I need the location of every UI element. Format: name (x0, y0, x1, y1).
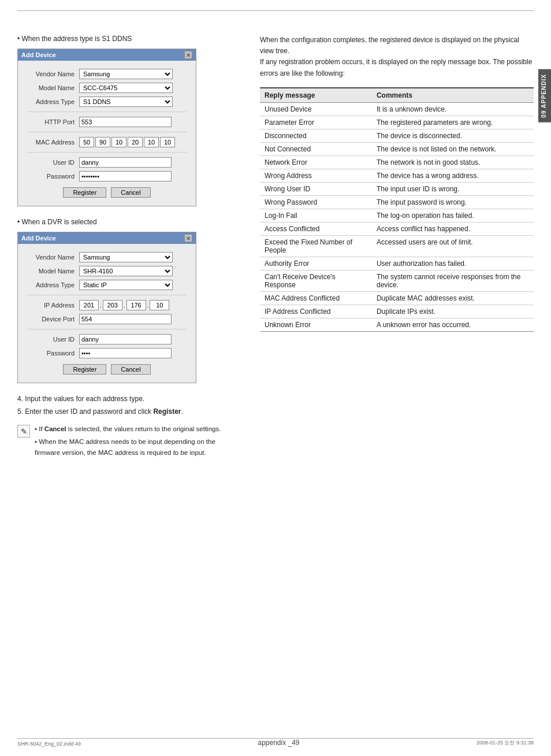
page-number: appendix _49 (258, 739, 299, 747)
dialog2-addresstype-field: Address Type Static IP (27, 280, 187, 290)
dialog1-mac-input-3[interactable] (111, 137, 126, 147)
table-cell-reply: Wrong User ID (260, 182, 372, 195)
table-cell-reply: Can't Receive Device's Response (260, 270, 372, 291)
table-row: Wrong PasswordThe input password is wron… (260, 195, 534, 209)
dialog2-separator1 (27, 295, 187, 295)
step5-text: 5. Enter the user ID and password and cl… (17, 407, 243, 416)
dialog1-model-select[interactable]: SCC-C6475 (79, 83, 173, 93)
page: 09 APPENDIX When the address type is S1 … (0, 0, 551, 756)
dialog2-ip-sep-2: . (124, 302, 125, 309)
dialog1-addresstype-select[interactable]: S1 DDNS (79, 97, 173, 107)
dialog2-close-button[interactable]: ✕ (184, 234, 192, 242)
dialog1-separator2 (27, 132, 187, 132)
table-cell-reply: Authority Error (260, 257, 372, 270)
dialog1-btn-row: Register Cancel (27, 187, 187, 198)
note-icon: ✎ (17, 425, 30, 438)
table-cell-comment: A unknown error has occurred. (372, 318, 534, 331)
side-tab: 09 APPENDIX (538, 69, 551, 123)
dialog1-mac-input-2[interactable] (95, 137, 110, 147)
right-column: When the configuration completes, the re… (260, 35, 534, 460)
dialog2-password-field: Password (27, 348, 187, 358)
footer-left-text: SHR-5042_Eng_02.indd 49 (17, 741, 81, 747)
dialog2-vendor-label: Vendor Name (27, 254, 79, 261)
table-row: Can't Receive Device's ResponseThe syste… (260, 270, 534, 291)
table-cell-reply: Network Error (260, 155, 372, 169)
table-cell-comment: Duplicate MAC addresses exist. (372, 291, 534, 305)
dialog2-addresstype-select[interactable]: Static IP (79, 280, 173, 290)
dialog2-ip-input-1[interactable] (79, 300, 99, 310)
dialog1-vendor-select[interactable]: Samsung (79, 69, 173, 79)
dialog2-cancel-button[interactable]: Cancel (111, 364, 150, 375)
table-cell-reply: Exceed the Fixed Number of People (260, 235, 372, 257)
dialog1-userid-input[interactable] (79, 157, 172, 168)
dialog1-body: Vendor Name Samsung Model Name SCC-C6475 (18, 61, 196, 206)
section2-bullet: When a DVR is selected (17, 218, 243, 226)
table-cell-comment: Accessed users are out of limit. (372, 235, 534, 257)
table-cell-reply: Unused Device (260, 102, 372, 116)
dialog1-mac-input-4[interactable] (128, 137, 143, 147)
table-cell-comment: User authorization has failed. (372, 257, 534, 270)
table-cell-reply: Disconnected (260, 129, 372, 142)
dialog2-userid-input[interactable] (79, 334, 172, 344)
dialog1-vendor-field: Vendor Name Samsung (27, 69, 187, 79)
dialog1-mac-label: MAC Address (27, 139, 79, 146)
dialog1-separator1 (27, 112, 187, 112)
left-column: When the address type is S1 DDNS Add Dev… (17, 35, 243, 460)
dialog2-password-input[interactable] (79, 348, 172, 358)
dialog1-cancel-button[interactable]: Cancel (111, 187, 150, 198)
dialog2-userid-field: User ID (27, 334, 187, 344)
dialog2-ip-row: . . . (79, 300, 169, 310)
dialog1-mac-input-5[interactable] (144, 137, 159, 147)
dialog2-deviceport-label: Device Port (27, 316, 79, 323)
table-row: Log-In FailThe log-on operation has fail… (260, 209, 534, 222)
dialog2-userid-label: User ID (27, 336, 79, 343)
dialog1-addresstype-label: Address Type (27, 98, 79, 105)
section1-bullet: When the address type is S1 DDNS (17, 35, 243, 43)
dialog1-mac-input-6[interactable] (160, 137, 175, 147)
dialog2-ip-input-2[interactable] (103, 300, 122, 310)
dialog2-register-button[interactable]: Register (63, 364, 106, 375)
dialog2-separator2 (27, 329, 187, 329)
dialog1-title: Add Device (21, 51, 56, 58)
dialog1-vendor-label: Vendor Name (27, 71, 79, 77)
dialog1-password-field: Password (27, 171, 187, 181)
table-header-reply: Reply message (260, 88, 372, 103)
note-box: ✎ If Cancel is selected, the values retu… (17, 424, 243, 460)
table-row: Parameter ErrorThe registered parameters… (260, 116, 534, 129)
dialog2-addresstype-label: Address Type (27, 281, 79, 288)
table-row: DisconnectedThe device is disconnected. (260, 129, 534, 142)
table-cell-comment: The system cannot receive responses from… (372, 270, 534, 291)
dialog2-model-select[interactable]: SHR-4160 (79, 266, 173, 276)
dialog1-password-input[interactable] (79, 171, 172, 181)
dialog2-ip-input-3[interactable] (126, 300, 146, 310)
right-intro-text: When the configuration completes, the re… (260, 36, 532, 77)
dialog1-userid-label: User ID (27, 159, 79, 166)
table-cell-comment: The input user ID is wrong. (372, 182, 534, 195)
note-item-2: When the MAC address needs to be input d… (35, 436, 243, 458)
table-cell-comment: The registered parameters are wrong. (372, 116, 534, 129)
table-row: Not ConnectedThe device is not listed on… (260, 142, 534, 155)
page-footer: SHR-5042_Eng_02.indd 49 appendix _49 200… (0, 739, 551, 747)
table-cell-comment: It is a unknown device. (372, 102, 534, 116)
dialog1-close-button[interactable]: ✕ (184, 51, 192, 59)
dialog2-ip-field: IP Address . . . (27, 300, 187, 310)
table-cell-reply: Wrong Password (260, 195, 372, 209)
dialog1-register-button[interactable]: Register (63, 187, 106, 198)
dialog1-titlebar: Add Device ✕ (18, 49, 196, 61)
table-cell-comment: The device has a wrong address. (372, 169, 534, 182)
table-header-row: Reply message Comments (260, 88, 534, 103)
dialog1-httpport-input[interactable] (79, 117, 172, 127)
dialog2-vendor-select[interactable]: Samsung (79, 252, 173, 262)
dialog2-deviceport-input[interactable] (79, 314, 172, 324)
table-row: Wrong AddressThe device has a wrong addr… (260, 169, 534, 182)
right-intro: When the configuration completes, the re… (260, 35, 534, 79)
step4-text: 4. Input the values for each address typ… (17, 395, 243, 403)
step5-suffix: . (181, 407, 183, 416)
dialog1-mac-input-1[interactable] (79, 137, 94, 147)
table-row: MAC Address ConflictedDuplicate MAC addr… (260, 291, 534, 305)
table-cell-comment: Access conflict has happened. (372, 222, 534, 235)
top-border (17, 10, 534, 11)
dialog1-mac-row (79, 137, 175, 147)
step5-bold: Register (153, 407, 181, 416)
dialog2-ip-input-4[interactable] (150, 300, 169, 310)
